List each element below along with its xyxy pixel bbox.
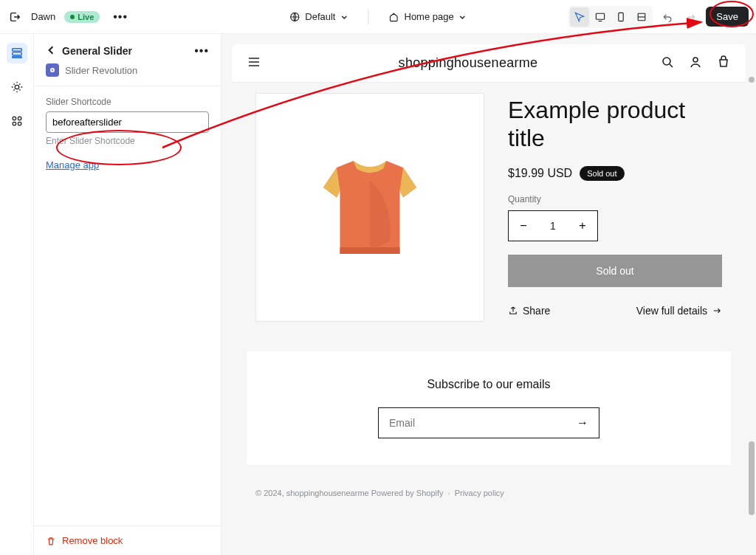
undo-button[interactable] bbox=[659, 8, 676, 26]
tshirt-icon bbox=[303, 141, 436, 274]
back-icon[interactable] bbox=[46, 45, 56, 58]
arrow-right-icon bbox=[712, 306, 722, 316]
manage-app-link[interactable]: Manage app bbox=[46, 159, 209, 170]
topbar: Dawn Live ••• Default Home page bbox=[0, 0, 756, 34]
app-icon bbox=[46, 63, 59, 77]
redo-button bbox=[682, 8, 700, 26]
subscribe-title: Subscribe to our emails bbox=[261, 378, 716, 391]
page-selector[interactable]: Home page bbox=[383, 8, 471, 26]
menu-icon[interactable] bbox=[247, 55, 261, 72]
shortcode-hint: Enter Slider Shortcode bbox=[46, 136, 209, 146]
svg-rect-5 bbox=[12, 52, 21, 55]
quantity-label: Quantity bbox=[508, 194, 722, 204]
footer: © 2024, shoppinghousenearme Powered by S… bbox=[232, 474, 746, 512]
trash-icon bbox=[46, 536, 56, 546]
exit-icon[interactable] bbox=[7, 10, 22, 24]
store-header: shoppinghousenearme bbox=[232, 44, 746, 83]
store-name: shoppinghousenearme bbox=[276, 55, 660, 71]
cart-icon[interactable] bbox=[716, 55, 731, 72]
theme-name: Dawn bbox=[31, 11, 55, 22]
preview-area: shoppinghousenearme bbox=[221, 34, 756, 555]
svg-rect-4 bbox=[12, 49, 21, 52]
product-image bbox=[255, 93, 484, 322]
live-badge: Live bbox=[64, 11, 100, 23]
device-preview-group bbox=[568, 6, 653, 28]
share-button[interactable]: Share bbox=[508, 305, 550, 317]
product-title: Example product title bbox=[508, 96, 722, 153]
svg-point-11 bbox=[18, 122, 21, 125]
chevron-down-icon bbox=[340, 13, 348, 21]
locale-selector[interactable]: Default bbox=[284, 8, 353, 26]
svg-rect-2 bbox=[619, 13, 623, 21]
quantity-decrease-button[interactable]: − bbox=[509, 211, 538, 241]
settings-rail-icon[interactable] bbox=[7, 77, 27, 97]
svg-point-13 bbox=[693, 58, 698, 62]
account-icon[interactable] bbox=[688, 55, 703, 72]
left-rail bbox=[0, 34, 34, 555]
privacy-link[interactable]: Privacy policy bbox=[455, 489, 504, 497]
fullscreen-preview-icon[interactable] bbox=[632, 7, 651, 27]
svg-rect-1 bbox=[597, 13, 605, 19]
email-submit-button[interactable]: → bbox=[566, 408, 599, 438]
soldout-badge: Sold out bbox=[580, 166, 624, 181]
preview-frame[interactable]: shoppinghousenearme bbox=[232, 44, 746, 545]
apps-rail-icon[interactable] bbox=[7, 111, 27, 131]
svg-point-7 bbox=[15, 85, 18, 89]
desktop-preview-icon[interactable] bbox=[591, 7, 610, 27]
shortcode-field-label: Slider Shortcode bbox=[46, 97, 209, 107]
email-input[interactable] bbox=[379, 408, 566, 438]
subscribe-section: Subscribe to our emails → bbox=[247, 351, 731, 465]
svg-point-9 bbox=[18, 117, 21, 120]
mobile-preview-icon[interactable] bbox=[611, 7, 630, 27]
share-icon bbox=[508, 306, 518, 316]
locale-label: Default bbox=[305, 11, 335, 22]
inspector-toggle-icon[interactable] bbox=[570, 7, 589, 27]
scrollbar[interactable] bbox=[746, 44, 755, 545]
page-label: Home page bbox=[404, 11, 453, 22]
save-button[interactable]: Save bbox=[706, 7, 749, 27]
svg-point-10 bbox=[13, 122, 16, 125]
footer-store-link[interactable]: shoppinghousenearme bbox=[286, 489, 369, 497]
quantity-value: 1 bbox=[538, 211, 568, 241]
app-name: Slider Revolution bbox=[65, 65, 137, 76]
svg-rect-6 bbox=[12, 57, 21, 58]
add-to-cart-button: Sold out bbox=[508, 255, 722, 287]
view-details-link[interactable]: View full details bbox=[636, 305, 722, 317]
svg-point-8 bbox=[13, 117, 16, 120]
quantity-increase-button[interactable]: + bbox=[568, 211, 597, 241]
chevron-down-icon bbox=[458, 13, 467, 21]
sidebar-more-button[interactable]: ••• bbox=[194, 44, 209, 58]
svg-point-12 bbox=[663, 58, 670, 65]
remove-block-button[interactable]: Remove block bbox=[34, 525, 221, 555]
sections-rail-icon[interactable] bbox=[7, 43, 27, 63]
more-actions-button[interactable]: ••• bbox=[109, 10, 132, 24]
sidebar-panel: General Slider ••• Slider Revolution Sli… bbox=[34, 34, 221, 555]
search-icon[interactable] bbox=[660, 55, 675, 72]
product-price: $19.99 USD bbox=[508, 167, 572, 180]
quantity-stepper: − 1 + bbox=[508, 210, 598, 241]
remove-block-label: Remove block bbox=[62, 535, 123, 546]
sidebar-title: General Slider bbox=[62, 45, 188, 57]
shortcode-input[interactable] bbox=[46, 111, 209, 133]
